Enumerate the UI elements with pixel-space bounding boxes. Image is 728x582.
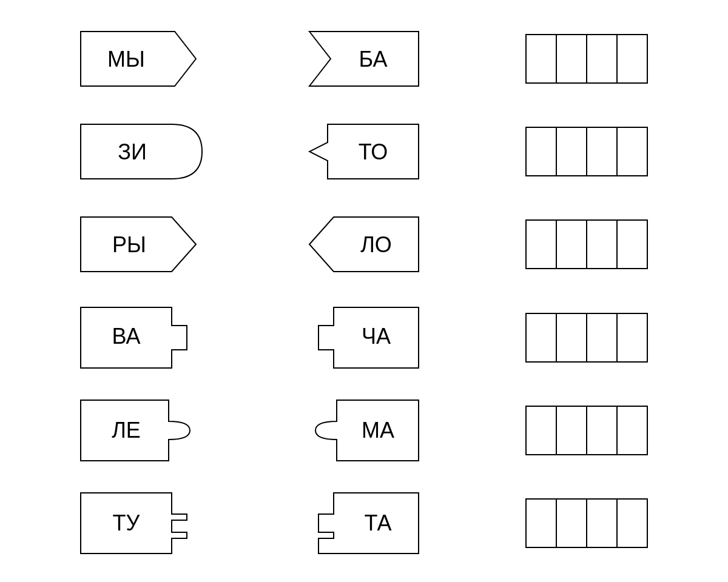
cell-r2-middle: ТО <box>253 105 476 198</box>
cell-r6-right <box>475 477 698 570</box>
label-ry: РЫ <box>112 232 146 257</box>
label-to: ТО <box>359 139 388 164</box>
label-ta: ТА <box>365 510 392 535</box>
label-my: МЫ <box>107 47 145 72</box>
cell-r3-middle: ЛО <box>253 198 476 291</box>
label-ma: МА <box>362 418 394 443</box>
cell-r5-middle: МА <box>253 384 476 477</box>
label-le: ЛЕ <box>112 418 141 443</box>
label-ba: БА <box>359 47 388 72</box>
cell-r4-right <box>475 291 698 384</box>
cell-r4-middle: ЧА <box>253 291 476 384</box>
cell-r2-right <box>475 105 698 198</box>
cell-r3-right <box>475 198 698 291</box>
cell-r1-middle: БА <box>253 12 476 105</box>
main-grid: МЫ БА ЗИ ТО <box>30 12 698 570</box>
cell-r1-right <box>475 12 698 105</box>
label-va: ВА <box>112 324 141 349</box>
label-tu: ТУ <box>113 510 141 535</box>
label-cha: ЧА <box>362 324 391 349</box>
cell-r6-left: ТУ <box>30 477 253 570</box>
cell-r5-left: ЛЕ <box>30 384 253 477</box>
cell-r1-left: МЫ <box>30 12 253 105</box>
cell-r4-left: ВА <box>30 291 253 384</box>
cell-r5-right <box>475 384 698 477</box>
cell-r3-left: РЫ <box>30 198 253 291</box>
cell-r2-left: ЗИ <box>30 105 253 198</box>
label-lo: ЛО <box>360 232 392 257</box>
label-zi: ЗИ <box>118 139 147 164</box>
cell-r6-middle: ТА <box>253 477 476 570</box>
